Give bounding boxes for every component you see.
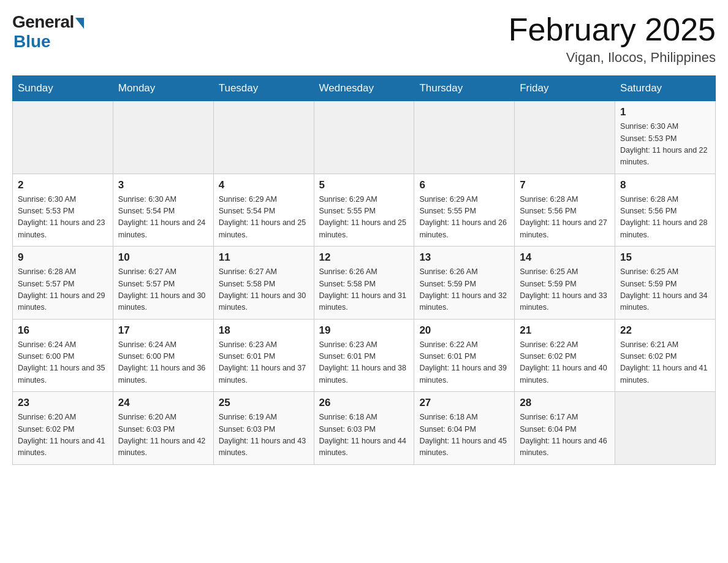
day-info: Sunrise: 6:30 AMSunset: 5:53 PMDaylight:… xyxy=(18,194,108,242)
calendar-cell: 23Sunrise: 6:20 AMSunset: 6:02 PMDayligh… xyxy=(13,392,113,465)
column-header-thursday: Thursday xyxy=(414,76,515,101)
calendar-cell: 1Sunrise: 6:30 AMSunset: 5:53 PMDaylight… xyxy=(615,101,716,174)
calendar-week-row: 16Sunrise: 6:24 AMSunset: 6:00 PMDayligh… xyxy=(13,319,716,392)
calendar-cell: 27Sunrise: 6:18 AMSunset: 6:04 PMDayligh… xyxy=(414,392,515,465)
day-number: 13 xyxy=(419,251,509,264)
calendar-cell xyxy=(13,101,113,174)
day-number: 23 xyxy=(18,397,108,409)
calendar-cell: 25Sunrise: 6:19 AMSunset: 6:03 PMDayligh… xyxy=(213,392,314,465)
day-number: 15 xyxy=(620,251,710,264)
calendar-cell: 12Sunrise: 6:26 AMSunset: 5:58 PMDayligh… xyxy=(314,247,414,320)
calendar-cell xyxy=(515,101,615,174)
calendar-cell: 19Sunrise: 6:23 AMSunset: 6:01 PMDayligh… xyxy=(314,319,414,392)
day-info: Sunrise: 6:28 AMSunset: 5:56 PMDaylight:… xyxy=(620,194,710,242)
day-info: Sunrise: 6:25 AMSunset: 5:59 PMDaylight:… xyxy=(620,266,710,314)
day-info: Sunrise: 6:28 AMSunset: 5:56 PMDaylight:… xyxy=(520,194,610,242)
day-info: Sunrise: 6:29 AMSunset: 5:55 PMDaylight:… xyxy=(419,194,509,242)
day-number: 22 xyxy=(620,324,710,337)
calendar-cell: 8Sunrise: 6:28 AMSunset: 5:56 PMDaylight… xyxy=(615,174,716,247)
day-number: 19 xyxy=(319,324,409,337)
day-number: 2 xyxy=(18,179,108,191)
calendar-cell: 22Sunrise: 6:21 AMSunset: 6:02 PMDayligh… xyxy=(615,319,716,392)
calendar-cell: 18Sunrise: 6:23 AMSunset: 6:01 PMDayligh… xyxy=(213,319,314,392)
day-number: 16 xyxy=(18,324,108,337)
title-block: February 2025 Vigan, Ilocos, Philippines xyxy=(509,12,716,66)
calendar-cell xyxy=(113,101,213,174)
day-number: 14 xyxy=(520,251,610,264)
day-info: Sunrise: 6:26 AMSunset: 5:59 PMDaylight:… xyxy=(419,266,509,314)
column-header-tuesday: Tuesday xyxy=(213,76,314,101)
day-number: 7 xyxy=(520,179,610,191)
calendar-table: SundayMondayTuesdayWednesdayThursdayFrid… xyxy=(12,75,716,465)
day-number: 28 xyxy=(520,397,610,409)
day-number: 5 xyxy=(319,179,409,191)
day-info: Sunrise: 6:22 AMSunset: 6:01 PMDaylight:… xyxy=(419,339,509,387)
day-number: 21 xyxy=(520,324,610,337)
logo-blue-text: Blue xyxy=(13,32,51,52)
day-number: 18 xyxy=(219,324,309,337)
calendar-cell xyxy=(213,101,314,174)
column-header-saturday: Saturday xyxy=(615,76,716,101)
calendar-cell: 6Sunrise: 6:29 AMSunset: 5:55 PMDaylight… xyxy=(414,174,515,247)
logo-general-text: General xyxy=(12,12,74,32)
location-subtitle: Vigan, Ilocos, Philippines xyxy=(509,50,716,66)
calendar-cell: 10Sunrise: 6:27 AMSunset: 5:57 PMDayligh… xyxy=(113,247,213,320)
day-number: 3 xyxy=(118,179,208,191)
calendar-cell: 11Sunrise: 6:27 AMSunset: 5:58 PMDayligh… xyxy=(213,247,314,320)
day-info: Sunrise: 6:20 AMSunset: 6:02 PMDaylight:… xyxy=(18,412,108,459)
calendar-cell: 15Sunrise: 6:25 AMSunset: 5:59 PMDayligh… xyxy=(615,247,716,320)
calendar-cell: 21Sunrise: 6:22 AMSunset: 6:02 PMDayligh… xyxy=(515,319,615,392)
day-info: Sunrise: 6:22 AMSunset: 6:02 PMDaylight:… xyxy=(520,339,610,387)
day-number: 8 xyxy=(620,179,710,191)
calendar-cell: 4Sunrise: 6:29 AMSunset: 5:54 PMDaylight… xyxy=(213,174,314,247)
day-info: Sunrise: 6:29 AMSunset: 5:54 PMDaylight:… xyxy=(219,194,309,242)
calendar-cell: 9Sunrise: 6:28 AMSunset: 5:57 PMDaylight… xyxy=(13,247,113,320)
day-number: 27 xyxy=(419,397,509,409)
day-info: Sunrise: 6:26 AMSunset: 5:58 PMDaylight:… xyxy=(319,266,409,314)
day-number: 10 xyxy=(118,251,208,264)
calendar-cell: 14Sunrise: 6:25 AMSunset: 5:59 PMDayligh… xyxy=(515,247,615,320)
calendar-week-row: 1Sunrise: 6:30 AMSunset: 5:53 PMDaylight… xyxy=(13,101,716,174)
calendar-cell: 20Sunrise: 6:22 AMSunset: 6:01 PMDayligh… xyxy=(414,319,515,392)
day-info: Sunrise: 6:29 AMSunset: 5:55 PMDaylight:… xyxy=(319,194,409,242)
day-info: Sunrise: 6:18 AMSunset: 6:04 PMDaylight:… xyxy=(419,412,509,459)
calendar-cell: 28Sunrise: 6:17 AMSunset: 6:04 PMDayligh… xyxy=(515,392,615,465)
calendar-cell: 2Sunrise: 6:30 AMSunset: 5:53 PMDaylight… xyxy=(13,174,113,247)
day-info: Sunrise: 6:25 AMSunset: 5:59 PMDaylight:… xyxy=(520,266,610,314)
day-info: Sunrise: 6:23 AMSunset: 6:01 PMDaylight:… xyxy=(319,339,409,387)
day-number: 6 xyxy=(419,179,509,191)
calendar-cell xyxy=(414,101,515,174)
day-info: Sunrise: 6:27 AMSunset: 5:58 PMDaylight:… xyxy=(219,266,309,314)
day-info: Sunrise: 6:20 AMSunset: 6:03 PMDaylight:… xyxy=(118,412,208,459)
day-number: 24 xyxy=(118,397,208,409)
day-info: Sunrise: 6:21 AMSunset: 6:02 PMDaylight:… xyxy=(620,339,710,387)
day-info: Sunrise: 6:30 AMSunset: 5:53 PMDaylight:… xyxy=(620,121,710,169)
day-info: Sunrise: 6:19 AMSunset: 6:03 PMDaylight:… xyxy=(219,412,309,459)
calendar-cell: 17Sunrise: 6:24 AMSunset: 6:00 PMDayligh… xyxy=(113,319,213,392)
calendar-cell: 7Sunrise: 6:28 AMSunset: 5:56 PMDaylight… xyxy=(515,174,615,247)
logo-arrow-icon xyxy=(75,18,84,29)
calendar-cell: 24Sunrise: 6:20 AMSunset: 6:03 PMDayligh… xyxy=(113,392,213,465)
day-number: 26 xyxy=(319,397,409,409)
calendar-cell xyxy=(615,392,716,465)
day-number: 1 xyxy=(620,106,710,118)
calendar-cell: 16Sunrise: 6:24 AMSunset: 6:00 PMDayligh… xyxy=(13,319,113,392)
column-header-sunday: Sunday xyxy=(13,76,113,101)
calendar-cell: 26Sunrise: 6:18 AMSunset: 6:03 PMDayligh… xyxy=(314,392,414,465)
day-info: Sunrise: 6:23 AMSunset: 6:01 PMDaylight:… xyxy=(219,339,309,387)
calendar-cell: 3Sunrise: 6:30 AMSunset: 5:54 PMDaylight… xyxy=(113,174,213,247)
day-number: 12 xyxy=(319,251,409,264)
calendar-cell: 13Sunrise: 6:26 AMSunset: 5:59 PMDayligh… xyxy=(414,247,515,320)
column-header-monday: Monday xyxy=(113,76,213,101)
calendar-week-row: 23Sunrise: 6:20 AMSunset: 6:02 PMDayligh… xyxy=(13,392,716,465)
day-info: Sunrise: 6:24 AMSunset: 6:00 PMDaylight:… xyxy=(118,339,208,387)
day-info: Sunrise: 6:30 AMSunset: 5:54 PMDaylight:… xyxy=(118,194,208,242)
calendar-cell xyxy=(314,101,414,174)
calendar-week-row: 2Sunrise: 6:30 AMSunset: 5:53 PMDaylight… xyxy=(13,174,716,247)
day-number: 4 xyxy=(219,179,309,191)
calendar-cell: 5Sunrise: 6:29 AMSunset: 5:55 PMDaylight… xyxy=(314,174,414,247)
column-header-wednesday: Wednesday xyxy=(314,76,414,101)
day-number: 11 xyxy=(219,251,309,264)
logo: General Blue xyxy=(12,12,84,52)
column-header-friday: Friday xyxy=(515,76,615,101)
